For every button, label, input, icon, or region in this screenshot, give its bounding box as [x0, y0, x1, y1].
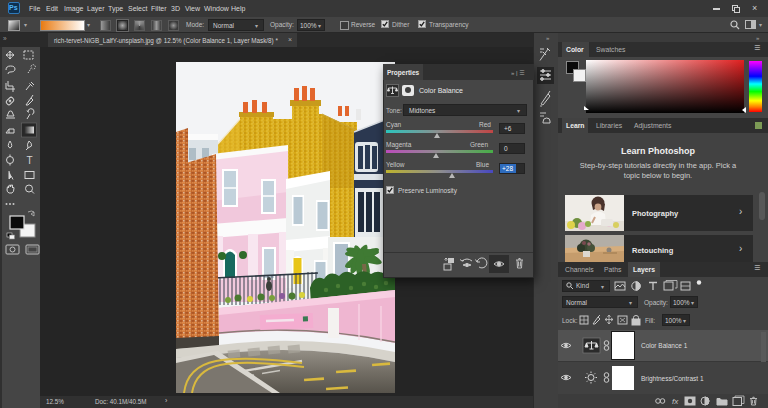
svg-text:T: T: [27, 155, 33, 166]
svg-text:fx: fx: [672, 397, 679, 406]
